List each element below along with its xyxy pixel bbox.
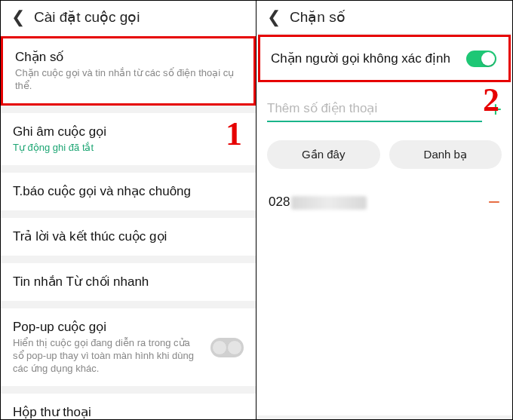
item-voicemail[interactable]: Hộp thư thoại — [1, 394, 256, 419]
blocked-number-row[interactable]: 028 − — [256, 182, 512, 222]
header: ❮ Cài đặt cuộc gọi — [1, 1, 256, 36]
pane-block-numbers: ❮ Chặn số Chặn người gọi không xác định … — [256, 1, 512, 419]
item-quick-decline[interactable]: Tin nhắn Từ chối nhanh — [1, 263, 256, 301]
item-sub: Hiển thị cuộc gọi đang diễn ra trong cửa… — [13, 337, 203, 376]
item-title: Tin nhắn Từ chối nhanh — [13, 274, 244, 290]
page-title: Cài đặt cuộc gọi — [34, 8, 140, 26]
block-content: Chặn người gọi không xác định 2 Thêm số … — [256, 35, 512, 415]
item-title: Chặn số — [15, 49, 241, 66]
highlight-box: Chặn người gọi không xác định 2 — [258, 35, 511, 82]
row-block-unknown[interactable]: Chặn người gọi không xác định — [260, 37, 508, 80]
item-title: T.báo cuộc gọi và nhạc chuông — [13, 183, 244, 200]
add-number-row: Thêm số điện thoại + — [256, 90, 512, 131]
back-icon[interactable]: ❮ — [267, 9, 281, 26]
item-sub: Tự động ghi đã tắt — [13, 142, 244, 155]
page-title: Chặn số — [290, 8, 346, 26]
item-title: Pop-up cuộc gọi — [13, 319, 203, 336]
toggle-block-unknown[interactable] — [466, 51, 496, 67]
number-blur — [291, 196, 367, 210]
item-block-numbers[interactable]: Chặn số Chặn cuộc gọi và tin nhắn từ các… — [1, 36, 256, 106]
plus-icon[interactable]: + — [490, 99, 502, 120]
item-sub: Chặn cuộc gọi và tin nhắn từ các số điện… — [15, 67, 241, 93]
btn-contacts[interactable]: Danh bạ — [389, 140, 502, 169]
minus-icon[interactable]: − — [488, 192, 500, 213]
pane-call-settings: ❮ Cài đặt cuộc gọi Chặn số Chặn cuộc gọi… — [1, 1, 256, 419]
item-title: Trả lời và kết thúc cuộc gọi — [13, 228, 244, 245]
item-call-alerts-ringtones[interactable]: T.báo cuộc gọi và nhạc chuông — [1, 173, 256, 210]
source-buttons: Gần đây Danh bạ — [256, 131, 512, 182]
phone-input[interactable]: Thêm số điện thoại — [267, 96, 482, 122]
number-prefix: 028 — [269, 195, 290, 209]
header: ❮ Chặn số — [256, 1, 512, 33]
item-title: Hộp thư thoại — [13, 404, 244, 419]
btn-recent[interactable]: Gần đây — [267, 140, 380, 169]
toggle-call-popup[interactable] — [210, 338, 244, 357]
back-icon[interactable]: ❮ — [11, 9, 25, 26]
settings-list: Chặn số Chặn cuộc gọi và tin nhắn từ các… — [1, 36, 256, 419]
item-call-recording[interactable]: Ghi âm cuộc gọi Tự động ghi đã tắt 1 — [1, 113, 256, 165]
item-title: Ghi âm cuộc gọi — [13, 124, 244, 140]
block-unknown-label: Chặn người gọi không xác định — [271, 51, 450, 66]
item-answer-end-calls[interactable]: Trả lời và kết thúc cuộc gọi — [1, 218, 256, 256]
item-call-popup[interactable]: Pop-up cuộc gọi Hiển thị cuộc gọi đang d… — [1, 308, 256, 386]
blocked-number: 028 — [269, 195, 367, 210]
